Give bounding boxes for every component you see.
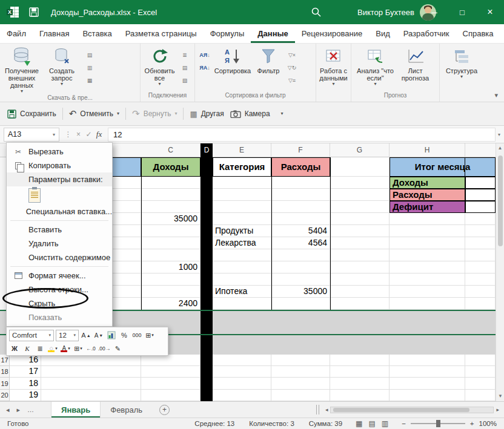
grid-cell[interactable]	[465, 177, 496, 189]
paste-option-button[interactable]	[7, 186, 112, 205]
scroll-down-icon[interactable]: ▼	[496, 391, 504, 401]
menu-item-row-height[interactable]: Высота строки...	[7, 283, 112, 296]
clear-filter-icon[interactable]: ▽×	[285, 49, 299, 61]
grid-cell[interactable]	[213, 390, 271, 401]
menu-item-paste-special[interactable]: Специальная вставка...	[7, 205, 112, 218]
properties-icon[interactable]: ▤	[177, 62, 192, 73]
filter-button[interactable]: Фильтр	[253, 45, 284, 74]
column-header[interactable]: G	[330, 143, 390, 157]
sheet-next-icon[interactable]: ▸	[17, 406, 21, 414]
tab-home[interactable]: Главная	[33, 24, 76, 43]
grid-cell[interactable]	[41, 355, 141, 366]
grid-cell[interactable]	[141, 390, 201, 401]
row-header[interactable]: 18	[0, 366, 10, 378]
grid-cell[interactable]	[390, 286, 465, 298]
grid-cell[interactable]	[390, 378, 465, 390]
grid-cell[interactable]: 16	[10, 355, 41, 366]
grid-cell[interactable]	[213, 273, 271, 286]
grid-cell[interactable]	[41, 378, 141, 390]
hscroll-right-icon[interactable]: ▸	[496, 407, 499, 413]
name-box[interactable]: A13▾	[4, 128, 59, 142]
zoom-level[interactable]: 100%	[479, 420, 497, 427]
grid-cell[interactable]	[271, 273, 330, 286]
grid-cell[interactable]	[330, 249, 390, 261]
menu-item-insert[interactable]: Вставить	[7, 223, 112, 237]
grid-cell[interactable]	[465, 225, 496, 237]
grid-cell[interactable]	[213, 213, 271, 225]
connections-icon[interactable]: ≣	[177, 49, 192, 61]
vertical-scrollbar[interactable]: ▲ ▼	[496, 143, 504, 401]
column-header[interactable]: D	[201, 143, 213, 157]
vertical-scrollbar-thumb[interactable]	[498, 156, 503, 246]
grid-cell[interactable]: Дефицит	[390, 201, 465, 213]
grid-cell[interactable]	[390, 213, 465, 225]
column-header[interactable]: C	[141, 143, 201, 157]
bold-button[interactable]: Ж	[9, 343, 20, 355]
grid-cell[interactable]	[213, 366, 271, 378]
tab-formulas[interactable]: Формулы	[204, 24, 251, 43]
grid-cell[interactable]: 5404	[271, 225, 330, 237]
grid-cell[interactable]	[271, 366, 330, 378]
grid-cell[interactable]: 4564	[271, 237, 330, 249]
horizontal-scrollbar-thumb[interactable]	[333, 408, 469, 412]
minimize-button[interactable]: ─	[420, 0, 448, 24]
row-header[interactable]: 20	[0, 390, 10, 401]
grid-cell[interactable]	[330, 366, 390, 378]
grid-cell[interactable]	[330, 273, 390, 286]
forecast-sheet-button[interactable]: Листпрогноза	[396, 45, 435, 82]
zoom-in-icon[interactable]: +	[470, 420, 474, 427]
formula-input[interactable]: 12	[108, 128, 496, 142]
grid-cell[interactable]	[271, 355, 330, 366]
from-table-icon[interactable]: ▤	[82, 49, 97, 61]
save-icon[interactable]	[29, 0, 39, 24]
row-header[interactable]: 17	[0, 355, 10, 366]
sheet-prev-icon[interactable]: ◂	[6, 406, 10, 414]
share-button[interactable]: Поделиться	[500, 24, 504, 43]
column-header[interactable]: F	[271, 143, 330, 157]
grid-cell[interactable]	[141, 355, 201, 366]
font-name-select[interactable]: Comfort▾	[9, 330, 54, 341]
menu-item-clear-contents[interactable]: Очистить содержимое	[7, 251, 112, 264]
grid-cell[interactable]: 35000	[141, 213, 201, 225]
grid-cell[interactable]	[330, 261, 390, 273]
grid-cell[interactable]	[213, 249, 271, 261]
collapse-ribbon-icon[interactable]: ▾	[494, 91, 498, 99]
advanced-filter-icon[interactable]: ▽≡	[285, 74, 299, 86]
grid-cell[interactable]	[465, 201, 496, 213]
enter-icon[interactable]: ✓	[84, 130, 94, 139]
sort-za-icon[interactable]: ЯА↓	[197, 62, 212, 73]
merge-center-button[interactable]: ⊞▾	[144, 330, 155, 341]
grid-cell[interactable]	[271, 213, 330, 225]
font-size-select[interactable]: 12▾	[56, 330, 79, 341]
menu-item-delete[interactable]: Удалить	[7, 237, 112, 251]
expand-formula-bar-icon[interactable]: ▾	[498, 132, 500, 137]
grid-cell[interactable]	[390, 298, 465, 310]
grid-cell[interactable]: 17	[10, 366, 41, 378]
grid-cell[interactable]	[390, 366, 465, 378]
grid-cell[interactable]	[465, 189, 496, 201]
grid-cell[interactable]: 18	[10, 378, 41, 390]
menu-item-copy[interactable]: Копировать	[7, 159, 112, 172]
qat-camera-button[interactable]: Камера	[230, 110, 270, 118]
grid-cell[interactable]	[41, 390, 141, 401]
grid-cell[interactable]	[465, 355, 496, 366]
grid-cell[interactable]: 2400	[141, 298, 201, 310]
grid-cell[interactable]: Итог месяца	[390, 157, 496, 177]
grid-cell[interactable]: Лекарства	[213, 237, 271, 249]
sort-az-icon[interactable]: АЯ↓	[197, 49, 212, 61]
grid-cell[interactable]	[271, 177, 330, 189]
column-header[interactable]: H	[390, 143, 465, 157]
borders-button[interactable]: ⊞▾	[73, 343, 84, 355]
font-color-button[interactable]: А▾	[60, 343, 71, 355]
tab-data[interactable]: Данные	[251, 24, 295, 43]
grid-cell[interactable]	[41, 366, 141, 378]
grid-cell[interactable]: Продукты	[213, 225, 271, 237]
grid-cell[interactable]	[390, 273, 465, 286]
name-box-dropdown-icon[interactable]: ▾	[53, 132, 55, 137]
grid-cell[interactable]: Ипотека	[213, 286, 271, 298]
grid-cell[interactable]	[213, 189, 271, 201]
sheet-more-icon[interactable]: …	[27, 406, 34, 413]
fill-color-button[interactable]: ◌▾	[47, 343, 58, 355]
tab-split-handle[interactable]	[316, 405, 319, 414]
column-header[interactable]: E	[213, 143, 271, 157]
